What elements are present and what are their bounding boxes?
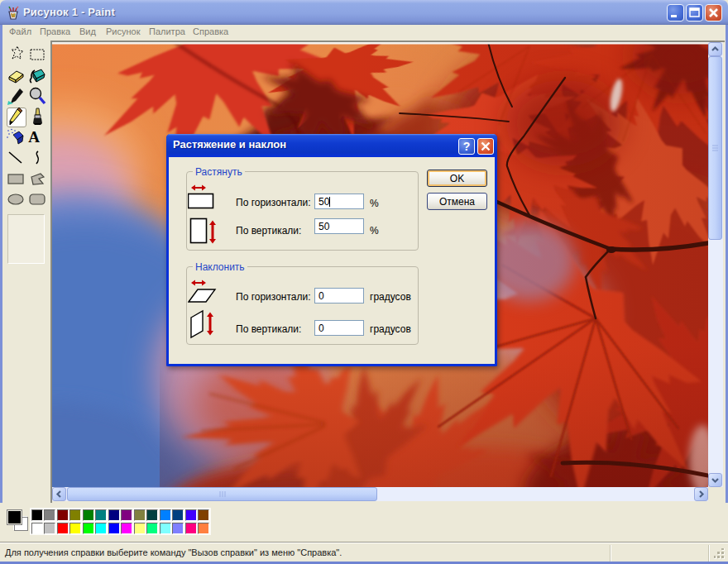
svg-text:A: A (28, 128, 40, 146)
svg-text:?: ? (463, 140, 471, 153)
